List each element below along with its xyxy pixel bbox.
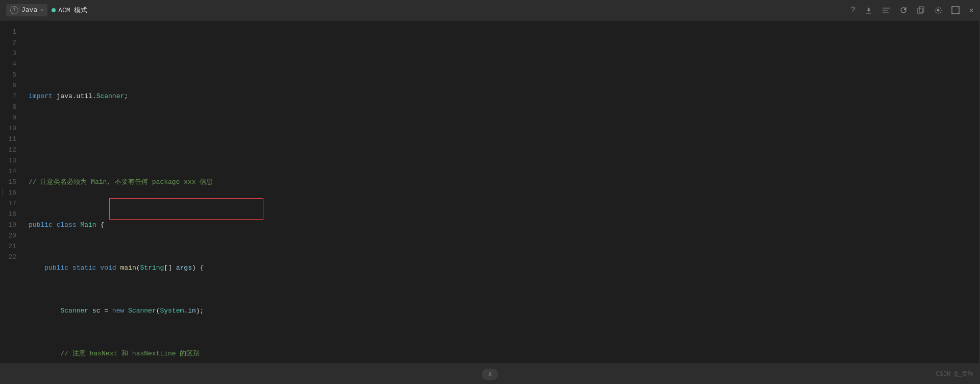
bottom-bar: ∧ CSDN @_卖秋 <box>0 364 980 384</box>
svg-rect-0 <box>883 8 890 9</box>
scroll-up-icon: ∧ <box>488 370 492 378</box>
format-icon[interactable] <box>882 6 890 14</box>
close-icon[interactable]: ✕ <box>969 5 974 15</box>
code-line-5: public static void main(String[] args) { <box>29 262 980 273</box>
svg-rect-1 <box>883 10 888 11</box>
help-icon[interactable]: ? <box>851 6 856 15</box>
acm-badge: ACM 模式 <box>52 6 87 15</box>
scroll-up-button[interactable]: ∧ <box>482 369 498 380</box>
code-area[interactable]: import java.util.Scanner; // 注意类名必须为 Mai… <box>24 20 980 364</box>
code-line-4: public class Main { <box>29 220 980 230</box>
code-line-1: import java.util.Scanner; <box>29 91 980 102</box>
refresh-icon[interactable] <box>899 6 908 14</box>
svg-rect-3 <box>919 7 924 12</box>
svg-rect-6 <box>952 7 959 14</box>
code-editor[interactable]: 1 2 3 4 5 6 7 8 9 10 11 12 13 14 15 16 1… <box>0 20 980 364</box>
settings-icon[interactable] <box>934 6 942 14</box>
drag-handle[interactable] <box>0 182 5 202</box>
watermark: CSDN @_卖秋 <box>936 364 974 384</box>
acm-label: ACM 模式 <box>58 6 87 15</box>
code-line-2 <box>29 134 980 145</box>
svg-rect-2 <box>883 12 889 13</box>
copy-icon[interactable] <box>917 6 925 14</box>
top-bar: i Java ▾ ACM 模式 ? ✕ <box>0 0 980 20</box>
chevron-down-icon: ▾ <box>40 7 43 13</box>
top-bar-left: i Java ▾ ACM 模式 <box>6 4 87 16</box>
svg-point-5 <box>937 9 940 11</box>
toolbar-right: ? ✕ <box>851 5 974 15</box>
acm-dot <box>52 8 56 12</box>
download-icon[interactable] <box>865 6 873 14</box>
code-line-7: // 注意 hasNext 和 hasNextLine 的区别 <box>29 348 980 359</box>
selection-highlight <box>109 198 263 220</box>
language-selector[interactable]: i Java ▾ <box>6 4 47 16</box>
expand-icon[interactable] <box>951 6 960 14</box>
code-line-6: Scanner sc = new Scanner(System.in); <box>29 305 980 316</box>
language-label: Java <box>21 6 37 14</box>
info-icon: i <box>10 6 18 14</box>
code-line-3: // 注意类名必须为 Main, 不要有任何 package xxx 信息 <box>29 177 980 187</box>
svg-rect-4 <box>918 8 922 14</box>
